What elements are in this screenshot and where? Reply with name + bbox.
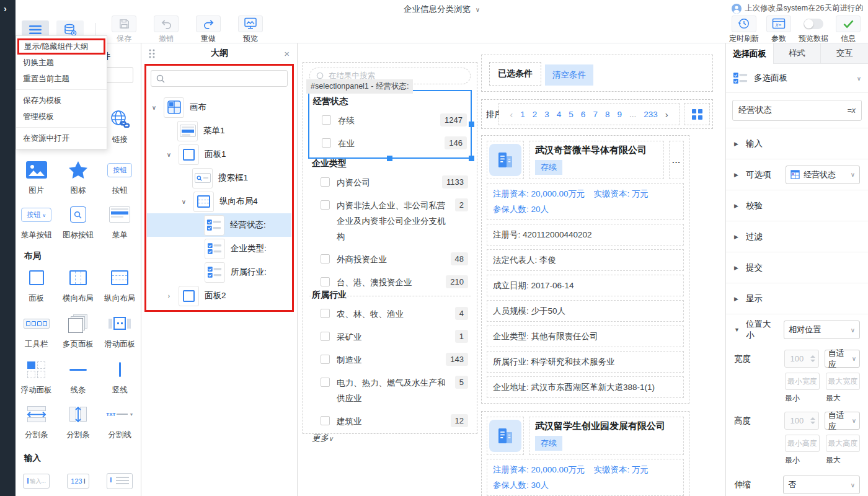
checkbox[interactable]	[321, 200, 330, 210]
max-width-input[interactable]: 最大宽度	[826, 373, 861, 390]
collapse-rail[interactable]: ›	[0, 0, 16, 496]
tab-selection-panel[interactable]: 选择面板	[726, 43, 773, 64]
view-switch-box[interactable]	[684, 103, 710, 125]
close-icon[interactable]: ×	[284, 48, 290, 59]
checkbox[interactable]	[321, 254, 330, 264]
resize-handle[interactable]	[469, 122, 474, 127]
resize-handle[interactable]	[387, 156, 392, 161]
section-filter[interactable]: ▶ 过滤	[726, 221, 868, 252]
position-mode-select[interactable]: 相对位置 ∨	[784, 321, 860, 339]
save-button[interactable]: 保存	[107, 16, 141, 44]
checkbox[interactable]	[321, 309, 330, 318]
tab-interaction[interactable]: 交互	[820, 43, 868, 64]
timed-refresh-button[interactable]: 定时刷新	[727, 16, 761, 44]
max-height-input[interactable]: 最大高度	[826, 435, 861, 452]
page-number[interactable]: 6	[581, 110, 586, 119]
section-options[interactable]: ▶ 可选项 经营状态 ∨	[726, 159, 868, 190]
prev-page-icon[interactable]: ‹	[510, 109, 513, 120]
options-source-select[interactable]: 经营状态 ∨	[786, 166, 860, 184]
menu-item-reset-theme[interactable]: 重置当前主题	[16, 71, 107, 87]
width-mode-select[interactable]: 自适应 ∨	[825, 350, 860, 368]
chevron-down-icon[interactable]: ∨	[150, 104, 158, 111]
chevron-down-icon[interactable]: ∨	[180, 198, 188, 205]
palette-item-image[interactable]: 图片	[16, 159, 57, 196]
palette-item-number-input[interactable]: 123I 数值输入	[57, 470, 99, 496]
page-number[interactable]: 2	[533, 110, 538, 119]
preview-button[interactable]: 预览	[233, 16, 268, 44]
resize-handle[interactable]	[469, 156, 474, 161]
palette-item-hlayout[interactable]: 横向布局	[57, 267, 99, 304]
page-number[interactable]: 5	[569, 110, 574, 119]
palette-item-split-line[interactable]: TXT▼ 分割线	[99, 403, 141, 440]
palette-item-panel[interactable]: 面板	[16, 267, 57, 304]
palette-item-float-panel[interactable]: 浮动面板	[16, 358, 57, 396]
tree-node-selection2[interactable]: 企业类型:	[148, 237, 291, 260]
palette-item-vlayout[interactable]: 纵向布局	[99, 267, 141, 304]
tree-node-canvas[interactable]: ∨ 画布	[148, 95, 291, 119]
palette-item-split-bar-h[interactable]: 分割条	[16, 403, 57, 440]
section-position-size[interactable]: ▼ 位置大小 相对位置 ∨	[726, 314, 868, 345]
palette-item-text-input[interactable]: I输入... 文本输入	[16, 470, 57, 496]
section-validate[interactable]: ▶ 校验	[726, 190, 868, 221]
preview-data-toggle[interactable]: 预览数据	[796, 16, 831, 44]
widget-type-row[interactable]: 多选面板 ∨	[726, 64, 868, 93]
menu-item-manage-template[interactable]: 管理模板	[16, 108, 107, 125]
info-button[interactable]: 信息	[831, 16, 866, 44]
menu-item-switch-theme[interactable]: 切换主题	[16, 55, 107, 71]
stretch-select[interactable]: 否 ∨	[783, 476, 860, 494]
menu-item-open-in-resource[interactable]: 在资源中打开	[16, 130, 107, 146]
tree-node-selection1-selected[interactable]: 经营状态:	[147, 213, 291, 237]
min-width-input[interactable]: 最小宽度	[785, 373, 820, 390]
undo-button[interactable]: 撤销	[149, 16, 184, 44]
section-display[interactable]: ▶ 显示	[726, 283, 868, 314]
checkbox[interactable]	[322, 138, 331, 148]
page-number[interactable]: 8	[605, 110, 610, 119]
checkbox[interactable]	[321, 416, 330, 425]
page-number[interactable]: 9	[617, 110, 622, 119]
more-actions-button[interactable]: ...	[669, 141, 684, 179]
stepper[interactable]	[810, 355, 815, 362]
tree-node-panel2[interactable]: › 面板2	[148, 284, 291, 308]
page-number-last[interactable]: 233	[644, 110, 658, 119]
palette-item-multipage[interactable]: 多页面板	[57, 312, 99, 350]
tab-style[interactable]: 样式	[773, 43, 821, 64]
section-submit[interactable]: ▶ 提交	[726, 252, 868, 283]
checkbox[interactable]	[322, 115, 331, 125]
page-number[interactable]: 1	[520, 110, 525, 119]
checkbox[interactable]	[321, 355, 330, 364]
drag-handle-icon[interactable]	[149, 49, 155, 58]
checkbox[interactable]	[321, 177, 330, 187]
palette-item-menu-button[interactable]: 按钮 ∨ 菜单按钮	[16, 203, 57, 241]
tree-node-menu1[interactable]: 菜单1	[148, 119, 291, 143]
checkbox[interactable]	[321, 378, 330, 387]
palette-item-icon-button[interactable]: 图标按钮	[57, 203, 99, 241]
checkbox[interactable]	[321, 332, 330, 341]
palette-item-button[interactable]: 按钮 按钮	[99, 159, 141, 196]
palette-item-icon[interactable]: 图标	[57, 159, 99, 196]
outline-search-input[interactable]	[151, 70, 288, 87]
params-button[interactable]: x= 参数	[761, 16, 796, 44]
tree-node-vlayout4[interactable]: ∨ 纵向布局4	[148, 190, 291, 213]
section-input[interactable]: ▶ 输入	[726, 128, 868, 159]
palette-item-vline[interactable]: 竖线	[99, 358, 141, 396]
toggle-off-icon[interactable]	[804, 19, 823, 29]
palette-item-multiline-input[interactable]: I 多行输入	[99, 470, 141, 496]
tree-node-selection3[interactable]: 所属行业:	[148, 260, 291, 284]
clear-conditions-button[interactable]: 清空条件	[545, 64, 593, 86]
palette-item-sliding-panel[interactable]: 滑动面板	[99, 312, 141, 350]
expand-chevron-icon[interactable]: ›	[4, 4, 7, 14]
menu-item-save-template[interactable]: 保存为模板	[16, 92, 107, 108]
show-more-link[interactable]: 更多∨	[309, 430, 471, 446]
palette-item-menu[interactable]: 菜单	[99, 203, 141, 241]
next-page-icon[interactable]: ›	[665, 109, 668, 120]
chevron-right-icon[interactable]: ›	[165, 293, 173, 299]
palette-item-line[interactable]: 线条	[57, 358, 99, 396]
page-number[interactable]: 3	[544, 110, 549, 119]
min-height-input[interactable]: 最小高度	[785, 435, 820, 452]
tree-node-search1[interactable]: 搜索框1	[148, 166, 291, 190]
tree-node-panel1[interactable]: ∨ 面板1	[148, 143, 291, 166]
width-input[interactable]: 100	[784, 350, 819, 368]
chevron-down-icon[interactable]: ∨	[165, 151, 173, 158]
stepper[interactable]	[810, 417, 815, 424]
height-mode-select[interactable]: 自适应 ∨	[825, 412, 860, 430]
